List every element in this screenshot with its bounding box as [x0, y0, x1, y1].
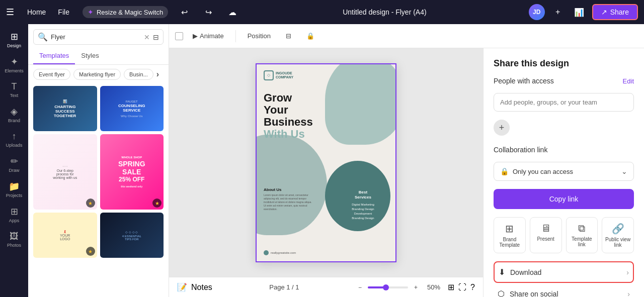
animate-label: Animate [200, 32, 224, 40]
notes-icon: 📝 [177, 282, 187, 292]
sidebar-item-elements[interactable]: ✦ Elements [2, 53, 26, 76]
sidebar-item-apps[interactable]: ⊞ Apps [2, 203, 26, 226]
service-2: Branding Design [337, 208, 389, 211]
brand-template-option[interactable]: ⊞ BrandTemplate [494, 217, 526, 253]
sidebar-label-projects: Projects [6, 193, 23, 198]
analytics-button[interactable]: 📊 [571, 4, 587, 20]
sidebar-label-draw: Draw [9, 168, 19, 173]
document-title: Untitled design - Flyer (A4) [343, 8, 427, 16]
list-item[interactable]: 📊 CHARTING SUCCESS TOGETHER [33, 86, 97, 131]
position-button[interactable]: Position [242, 30, 276, 42]
brand-template-icon: ⊞ [505, 223, 514, 235]
sidebar-item-design[interactable]: ⊞ Design [2, 28, 26, 51]
zoom-level-label: 50% [424, 283, 444, 291]
people-access-row: People with access Edit [494, 77, 634, 85]
share-button[interactable]: ↗ Share [592, 4, 638, 20]
sidebar-item-text[interactable]: T Text [2, 78, 26, 101]
list-item[interactable]: ◇ ◇ ◇ ◇ 4 ESSENTIAL TIPS FOR [100, 213, 164, 258]
share-panel: Share this design People with access Edi… [483, 48, 644, 297]
filter-business[interactable]: Busin... [124, 69, 153, 80]
present-icon: 🖥 [541, 223, 551, 234]
tab-styles[interactable]: Styles [75, 48, 105, 64]
home-nav-item[interactable]: Home [22, 6, 51, 18]
service-1: Digital Marketing [337, 203, 389, 206]
sidebar-label-photos: Photos [7, 243, 21, 248]
share-social-action[interactable]: ⬡ Share on social › [494, 284, 634, 297]
sidebar-item-draw[interactable]: ✏ Draw [2, 153, 26, 176]
about-title: About Us [264, 187, 314, 192]
panel-tabs: Templates Styles [28, 48, 169, 65]
fit-view-icon[interactable]: ⊞ [448, 282, 454, 292]
magic-wand-icon: ✦ [88, 8, 94, 16]
projects-icon: 📁 [9, 181, 20, 192]
zoom-out-button[interactable]: − [356, 283, 364, 292]
zoom-slider-thumb[interactable] [383, 284, 389, 290]
download-chevron-icon: › [626, 268, 629, 276]
filter-more-icon[interactable]: › [156, 70, 159, 79]
public-view-link-option[interactable]: 🔗 Public view link [602, 217, 634, 253]
filter-tools-button[interactable]: ⊟ [280, 30, 297, 42]
main-layout: ⊞ Design ✦ Elements T Text ◈ Brand ↑ Upl… [0, 24, 644, 297]
list-item[interactable]: ◦ ◦ ◦ Our 6-step process for working wit… [33, 134, 97, 210]
search-icon: 🔍 [38, 32, 48, 42]
search-input[interactable] [51, 33, 141, 41]
present-option[interactable]: 🖥 Present [530, 217, 562, 253]
add-avatar-button[interactable]: + [494, 120, 510, 136]
canvas-bottom-right: − + 50% ⊞ ⛶ ? [356, 282, 475, 292]
add-people-input[interactable] [494, 93, 634, 112]
list-item[interactable]: 🎗 YOUR LOGO ★ [33, 213, 97, 258]
share-options-grid: ⊞ BrandTemplate 🖥 Present ⧉ Template lin… [494, 217, 634, 253]
sidebar-item-photos[interactable]: 🖼 Photos [2, 228, 26, 251]
add-people-row: + [494, 120, 634, 136]
text-icon: T [12, 81, 17, 92]
canvas-checkbox[interactable] [175, 32, 183, 40]
logo-text: INGOUDECOMPANY [276, 71, 293, 79]
list-item[interactable]: WHOLE SHOP SPRING SALE 25% OFF this week… [100, 134, 164, 210]
animate-icon: ▶ [193, 32, 198, 40]
sidebar-item-uploads[interactable]: ↑ Uploads [2, 128, 26, 151]
template-column-1: 📊 CHARTING SUCCESS TOGETHER ◦ ◦ ◦ Our 6-… [33, 86, 97, 295]
fullscreen-icon[interactable]: ⛶ [458, 283, 466, 292]
position-label: Position [248, 32, 271, 40]
hamburger-menu-icon[interactable]: ☰ [6, 7, 14, 18]
resize-magic-switch-button[interactable]: ✦ Resize & Magic Switch [83, 6, 168, 18]
copy-link-button[interactable]: Copy link [494, 189, 634, 209]
sidebar-item-projects[interactable]: 📁 Projects [2, 178, 26, 201]
logo-icon: ◇ [264, 70, 274, 80]
access-level-dropdown[interactable]: 🔒 Only you can access ⌄ [494, 162, 634, 181]
clear-search-icon[interactable]: ✕ [144, 33, 150, 41]
list-item[interactable]: FAUGET COUNSELING SERVICE Why Choose Us [100, 86, 164, 131]
undo-button[interactable]: ↩ [176, 4, 192, 20]
download-action[interactable]: ⬇ Download › [494, 261, 634, 283]
present-label: Present [537, 236, 554, 242]
design-icon: ⊞ [11, 31, 18, 42]
zoom-in-button[interactable]: + [412, 283, 420, 292]
cloud-save-button[interactable]: ☁ [224, 4, 240, 20]
redo-button[interactable]: ↪ [200, 4, 216, 20]
help-icon[interactable]: ? [470, 283, 475, 292]
canvas-toolbar: ▶ Animate Position ⊟ 🔒 [169, 24, 644, 48]
filter-icon[interactable]: ⊟ [153, 33, 159, 41]
sidebar-label-text: Text [10, 93, 19, 98]
add-user-button[interactable]: + [550, 4, 566, 20]
animate-button[interactable]: ▶ Animate [187, 30, 229, 42]
sidebar-item-brand[interactable]: ◈ Brand [2, 103, 26, 126]
file-nav-item[interactable]: File [53, 6, 74, 18]
edit-access-link[interactable]: Edit [623, 77, 634, 85]
lock-button[interactable]: 🔒 [301, 30, 320, 42]
share-actions: ⬇ Download › ⬡ Share on social › ··· Mor… [494, 261, 634, 297]
flyer-logo: ◇ INGOUDECOMPANY [264, 70, 293, 80]
template-link-option[interactable]: ⧉ Template link [566, 217, 598, 253]
user-avatar[interactable]: JD [529, 4, 545, 20]
elements-icon: ✦ [11, 56, 18, 67]
filter-icon: ⊟ [286, 32, 291, 40]
canvas-area[interactable]: ◇ INGOUDECOMPANY Grow Your Business With… [169, 48, 483, 277]
filter-event-flyer[interactable]: Event flyer [33, 69, 70, 80]
notes-label[interactable]: Notes [191, 283, 212, 292]
public-view-icon: 🔗 [612, 223, 624, 235]
filter-marketing-flyer[interactable]: Marketing flyer [73, 69, 121, 80]
share-icon: ↗ [601, 8, 607, 16]
content-area: ▶ Animate Position ⊟ 🔒 [169, 24, 644, 297]
tab-templates[interactable]: Templates [33, 48, 75, 64]
about-text: Lorem ipsum dolor sit amet, consectetur … [264, 193, 314, 211]
